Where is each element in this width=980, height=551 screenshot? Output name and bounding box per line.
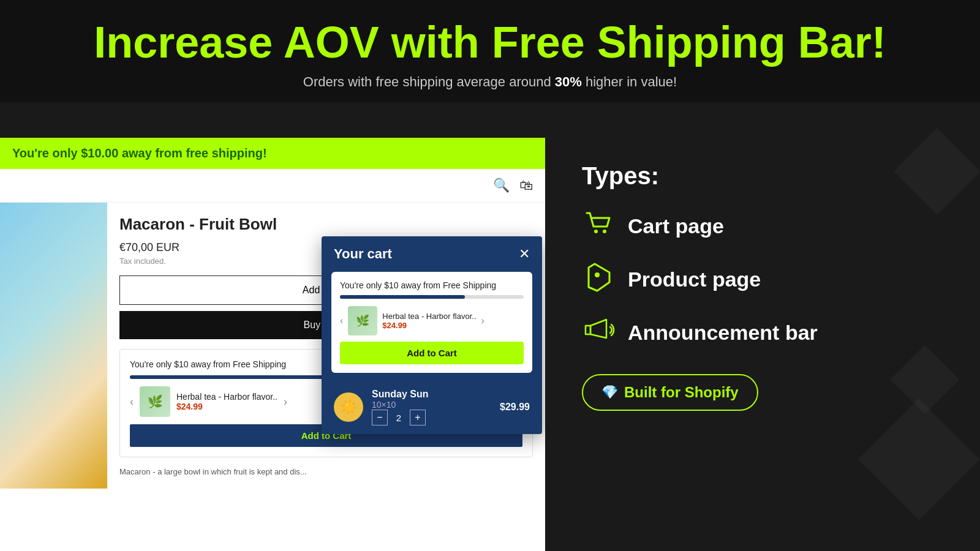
- qty-increase-button[interactable]: +: [410, 410, 426, 425]
- cart-item-price: $29.99: [500, 402, 530, 413]
- widget-next-arrow[interactable]: ›: [284, 395, 287, 408]
- qty-value: 2: [393, 413, 405, 423]
- search-icon[interactable]: 🔍: [493, 178, 510, 193]
- subtitle-text: Orders with free shipping average around: [303, 74, 555, 89]
- svg-point-2: [595, 272, 600, 277]
- widget-prev-arrow[interactable]: ‹: [130, 395, 134, 408]
- cart-modal-title: Your cart: [334, 246, 392, 262]
- cart-item-image: ☀️: [334, 392, 363, 422]
- widget-product-price: $24.99: [176, 402, 277, 411]
- cart-product-price: $24.99: [382, 321, 476, 330]
- qty-decrease-button[interactable]: −: [372, 410, 388, 425]
- product-area: Macaron - Fruit Bowl €70,00 EUR Tax incl…: [0, 203, 545, 489]
- widget-product-info: Herbal tea - Harbor flavor.. $24.99: [176, 392, 277, 411]
- preview-panel: You're only $10.00 away from free shippi…: [0, 138, 545, 551]
- type-item-product: Product page: [582, 261, 949, 298]
- cart-product-image: 🌿: [348, 306, 377, 335]
- cart-close-button[interactable]: ✕: [519, 246, 530, 262]
- cart-prev-arrow[interactable]: ‹: [340, 315, 343, 326]
- type-item-announcement: Announcement bar: [582, 315, 949, 351]
- cart-item-info: Sunday Sun 10×10 − 2 +: [372, 389, 491, 425]
- gem-icon: 💎: [601, 384, 618, 400]
- built-for-shopify-button[interactable]: 💎 Built for Shopify: [582, 374, 758, 411]
- type-item-cart: Cart page: [582, 208, 949, 244]
- announcement-bar-label: Announcement bar: [628, 321, 818, 345]
- cart-page-icon: [582, 208, 616, 244]
- announcement-bar: You're only $10.00 away from free shippi…: [0, 138, 545, 169]
- product-description: Macaron - a large bowl in which fruit is…: [119, 467, 533, 476]
- cart-item-name: Sunday Sun: [372, 389, 491, 400]
- cart-add-to-cart-button[interactable]: Add to Cart: [340, 342, 524, 364]
- cart-page-label: Cart page: [628, 214, 724, 238]
- product-image: [0, 203, 107, 489]
- shop-header: 🔍 🛍: [0, 169, 545, 203]
- widget-product-name: Herbal tea - Harbor flavor..: [176, 392, 277, 402]
- subtitle: Orders with free shipping average around…: [12, 74, 968, 90]
- cart-product-info: Herbal tea - Harbor flavor.. $24.99: [382, 312, 476, 330]
- types-label: Types:: [582, 162, 949, 190]
- cart-free-shipping-text: You're only $10 away from Free Shipping: [340, 280, 524, 290]
- svg-point-1: [603, 230, 606, 233]
- svg-point-0: [594, 230, 598, 233]
- subtitle-bold: 30%: [555, 74, 582, 89]
- cart-modal: Your cart ✕ You're only $10 away from Fr…: [322, 236, 542, 434]
- cart-product-name: Herbal tea - Harbor flavor..: [382, 312, 476, 321]
- widget-product-image: 🌿: [140, 386, 170, 417]
- cart-modal-header: Your cart ✕: [322, 236, 542, 272]
- cart-progress-bg: [340, 295, 524, 299]
- right-panel: Types: Cart page Product page: [551, 138, 980, 551]
- cart-item-qty: − 2 +: [372, 410, 491, 425]
- cart-progress-fill: [340, 295, 465, 299]
- cart-icon[interactable]: 🛍: [519, 178, 533, 193]
- cart-product-row: ‹ 🌿 Herbal tea - Harbor flavor.. $24.99 …: [340, 306, 524, 335]
- product-page-label: Product page: [628, 268, 761, 291]
- cart-item: ☀️ Sunday Sun 10×10 − 2 + $29.99: [322, 380, 542, 434]
- cart-free-shipping-box: You're only $10 away from Free Shipping …: [331, 272, 532, 373]
- product-title: Macaron - Fruit Bowl: [119, 215, 533, 234]
- announcement-text: You're only $10.00 away from free shippi…: [12, 146, 267, 160]
- main-title: Increase AOV with Free Shipping Bar!: [12, 18, 968, 67]
- shopify-label: Built for Shopify: [624, 384, 739, 401]
- subtitle-end: higher in value!: [582, 74, 677, 89]
- cart-item-variant: 10×10: [372, 400, 491, 410]
- product-page-icon: [582, 261, 616, 298]
- announcement-bar-icon: [582, 315, 616, 351]
- header-section: Increase AOV with Free Shipping Bar! Ord…: [0, 0, 980, 102]
- cart-next-arrow[interactable]: ›: [481, 315, 484, 326]
